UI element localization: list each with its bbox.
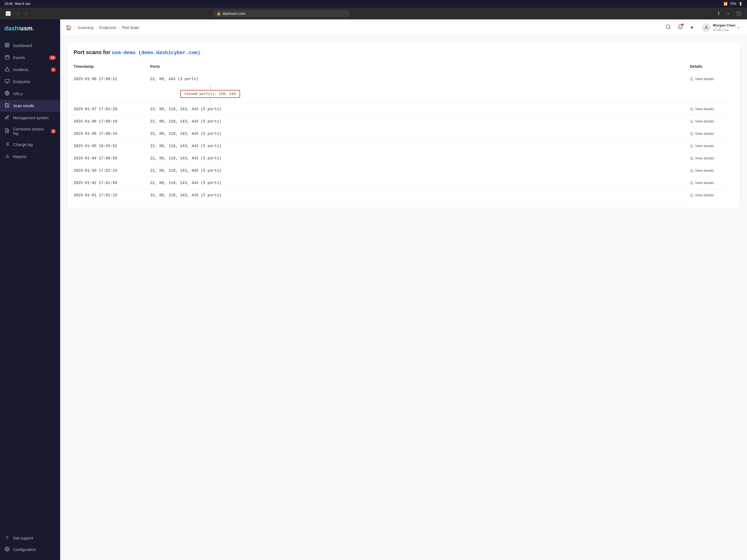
avatar <box>702 23 711 32</box>
management-icon <box>4 115 10 121</box>
timestamp-cell: 2025-01-01 17:02:10 <box>74 193 117 198</box>
sidebar-item-label: Dashboard <box>13 44 32 48</box>
notification-dot <box>681 24 684 26</box>
ports-cell: 22, 80, 110, 143, 443 (5 ports) <box>150 169 221 173</box>
logo-dot: . <box>32 25 34 32</box>
table-row: 2025-01-02 17:01:50 22, 80, 110, 143, 44… <box>74 177 733 189</box>
page-title-prefix: Port scans for <box>74 49 112 55</box>
ports-cell: 22, 80, 110, 143, 443 (5 ports) <box>150 119 221 124</box>
address-bar[interactable]: 🔒 dashiusm.com <box>213 10 350 17</box>
sidebar-item-label: Scan results <box>13 104 34 108</box>
details-header: Details <box>690 62 733 73</box>
share-button[interactable]: ⬆ <box>715 10 723 17</box>
svg-line-31 <box>693 80 693 80</box>
sidebar-item-management[interactable]: Management system <box>0 112 60 124</box>
tabs-button[interactable]: ⬛ <box>734 10 744 17</box>
new-tab-button[interactable]: + <box>725 10 732 17</box>
forward-button[interactable]: › <box>23 10 29 17</box>
sidebar-footer-label: Configuration <box>13 548 36 552</box>
sidebar-footer-label: Get support <box>13 536 33 540</box>
back-button[interactable]: ‹ <box>15 10 21 17</box>
ports-cell: 22, 80, 110, 143, 443 (5 ports) <box>150 107 221 111</box>
svg-point-42 <box>690 169 693 172</box>
svg-rect-10 <box>5 79 9 82</box>
scan-results-icon <box>4 103 10 109</box>
svg-point-27 <box>666 25 670 28</box>
user-name: Morgan Chen <box>713 23 736 28</box>
view-details-button[interactable]: View details <box>690 77 714 81</box>
sidebar-item-label: Endpoints <box>13 80 30 84</box>
table-row: 2025-01-06 17:00:10 22, 80, 110, 143, 44… <box>74 128 733 140</box>
svg-line-47 <box>693 196 693 197</box>
svg-point-30 <box>690 77 693 80</box>
breadcrumb-current: Port Scan <box>122 25 139 30</box>
sidebar-item-urls[interactable]: URLs <box>0 88 60 100</box>
svg-point-32 <box>690 107 693 110</box>
sidebar-item-scan-results[interactable]: Scan results <box>0 100 60 112</box>
svg-point-46 <box>690 194 693 196</box>
app-layout: dashiusm. Dashboard Events 13 Incide <box>0 19 747 560</box>
svg-point-44 <box>690 181 693 184</box>
sidebar-item-incidents[interactable]: Incidents 1 <box>0 64 60 76</box>
sidebar-item-label: Incidents <box>13 68 28 72</box>
svg-point-36 <box>690 132 693 134</box>
sidebar: dashiusm. Dashboard Events 13 Incide <box>0 19 60 560</box>
ports-cell: 22, 80, 443 (3 ports) <box>150 73 198 85</box>
host-link[interactable]: usm-demo (demo.dashicyber.com) <box>112 50 200 55</box>
incidents-badge: 1 <box>51 68 56 72</box>
notifications-button[interactable] <box>676 23 684 32</box>
browser-chrome: ⬜ ‹ › 🔒 dashiusm.com ⬆ + ⬛ <box>0 8 747 19</box>
timestamp-cell: 2025-01-06 17:00:10 <box>74 131 117 136</box>
breadcrumb-endpoints[interactable]: Endpoints <box>99 25 116 30</box>
user-company: ACME Corp <box>713 28 736 32</box>
svg-point-38 <box>690 144 693 147</box>
home-icon[interactable]: 🏠 <box>66 25 72 31</box>
breadcrumb: 🏠 › Scanning › Endpoints › Port Scan <box>66 25 662 31</box>
url-text: dashiusm.com <box>223 11 246 16</box>
view-details-button[interactable]: View details <box>690 181 714 185</box>
view-details-button[interactable]: View details <box>690 156 714 160</box>
table-row: 2025-01-01 17:02:10 22, 80, 110, 143, 44… <box>74 189 733 202</box>
search-button[interactable] <box>664 23 672 32</box>
sidebar-item-get-support[interactable]: ? Get support <box>4 533 56 543</box>
sidebar-item-endpoints[interactable]: Endpoints <box>0 76 60 88</box>
svg-point-34 <box>690 120 693 122</box>
ports-cell: 22, 80, 110, 143, 443 (5 ports) <box>150 156 221 160</box>
corrective-actions-badge: 2 <box>51 129 56 133</box>
change-log-icon <box>4 142 10 148</box>
card-body: Port scans for usm-demo (demo.dashicyber… <box>67 43 740 208</box>
ai-button[interactable]: ✦ <box>689 23 695 32</box>
svg-line-45 <box>693 183 693 184</box>
view-details-button[interactable]: View details <box>690 107 714 111</box>
sidebar-item-dashboard[interactable]: Dashboard <box>0 40 60 52</box>
sidebar-item-label: Reports <box>13 154 27 159</box>
svg-line-41 <box>693 159 693 160</box>
table-row: 2025-01-06 17:00:10 22, 80, 110, 143, 44… <box>74 116 733 128</box>
ports-header: Ports <box>150 62 690 73</box>
sidebar-item-change-log[interactable]: Change log <box>0 138 60 151</box>
breadcrumb-scanning[interactable]: Scanning <box>77 25 93 30</box>
view-details-button[interactable]: View details <box>690 131 714 136</box>
view-details-button[interactable]: View details <box>690 144 714 148</box>
logo-dashi: dashi <box>4 25 20 32</box>
user-section[interactable]: Morgan Chen ACME Corp ▾ <box>700 22 742 33</box>
sidebar-item-reports[interactable]: Reports <box>0 151 60 163</box>
view-details-button[interactable]: View details <box>690 169 714 173</box>
view-details-button[interactable]: View details <box>690 193 714 197</box>
corrective-actions-icon <box>4 128 10 134</box>
view-details-button[interactable]: View details <box>690 119 714 123</box>
sidebar-item-corrective-actions[interactable]: Corrective actions log 2 <box>0 124 60 138</box>
timestamp-cell: 2025-01-06 17:00:10 <box>74 119 117 124</box>
sidebar-item-label: Management system <box>13 116 49 120</box>
svg-line-37 <box>693 134 693 135</box>
sidebar-item-configuration[interactable]: Configuration <box>4 543 56 556</box>
breadcrumb-sep-3: › <box>119 25 120 30</box>
svg-point-29 <box>705 26 707 27</box>
sidebar-toggle-button[interactable]: ⬜ <box>3 10 13 17</box>
sidebar-logo: dashiusm. <box>0 19 60 37</box>
timestamp-cell: 2025-01-03 17:02:24 <box>74 169 117 173</box>
date: Wed 8 Jan <box>15 2 30 6</box>
user-dropdown-arrow: ▾ <box>738 26 739 29</box>
sidebar-item-events[interactable]: Events 13 <box>0 52 60 64</box>
sidebar-item-label: URLs <box>13 92 23 96</box>
